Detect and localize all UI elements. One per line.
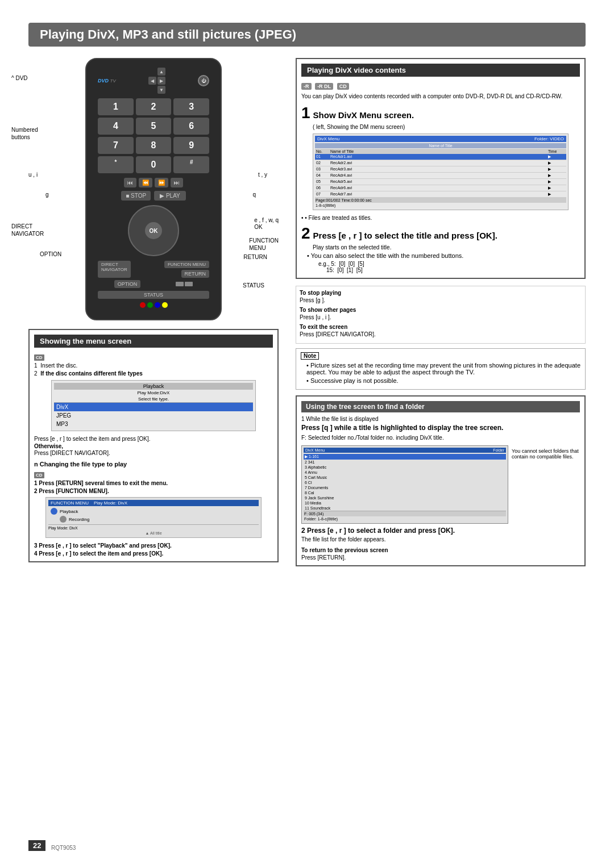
divx-row-1: 01 RecAdr1.avi ▶ xyxy=(315,154,566,160)
divx-row-6: 06 RecAdr6.avi ▶ xyxy=(315,185,566,191)
return-btn[interactable]: RETURN xyxy=(181,270,210,278)
show-pages-body: Press [u , i ]. xyxy=(300,314,582,320)
tree-step1-title: Press [q ] while a title is highlighted … xyxy=(301,424,580,432)
step2-number: 2 xyxy=(301,226,310,241)
btn-8[interactable]: 8 xyxy=(136,137,172,154)
menu-screenshot: Playback Play Mode:DivX Select file type… xyxy=(51,380,256,431)
change-step2: 2 Press [FUNCTION MENU]. xyxy=(34,488,273,494)
menu-item-mp3: MP3 xyxy=(54,420,253,428)
using-tree-header: Using the tree screen to find a folder xyxy=(301,401,580,412)
prev-btn[interactable]: ⏪ xyxy=(139,178,152,187)
divx-screen-titlebar: DivX Menu Folder: VIDEO xyxy=(315,136,566,142)
return-prev-label: To return to the previous screen xyxy=(301,547,580,553)
remote-control: DVD TV ▲ ◀ ▶ xyxy=(85,58,222,320)
menu-sub: Play Mode:DivX xyxy=(54,390,253,396)
note-box: Note Picture sizes set at the recording … xyxy=(296,348,586,390)
bottom-buttons: DIRECTNAVIGATOR FUNCTION MENU RETURN xyxy=(98,261,209,278)
arrow-left[interactable]: ◀ xyxy=(148,77,156,85)
press-select-text: Press [e , r ] to select the item and pr… xyxy=(34,436,273,442)
playing-divx-header: Playing DivX video contents xyxy=(301,64,580,77)
col-headers: No. Name of Title Time xyxy=(315,149,566,154)
menu-item-jpeg: JPEG xyxy=(54,411,253,420)
status-btn[interactable]: STATUS xyxy=(98,291,209,299)
arrow-down[interactable]: ▼ xyxy=(157,86,165,94)
screen-sub-title: Name of Title xyxy=(315,143,566,148)
btn-star[interactable]: * xyxy=(98,156,134,173)
btn-2[interactable]: 2 xyxy=(136,98,172,115)
btn-hash[interactable]: # xyxy=(173,156,209,173)
cd-badge: CD xyxy=(34,354,44,361)
change-step3: 3 Press [e , r ] to select "Playback" an… xyxy=(34,542,273,549)
direct-navigator-btn[interactable]: DIRECTNAVIGATOR xyxy=(98,261,131,278)
option-label: OPTION xyxy=(40,251,61,257)
arrow-up[interactable]: ▲ xyxy=(157,68,165,76)
exit-screen-label: To exit the screen xyxy=(300,324,582,330)
arrow-right[interactable]: ▶ xyxy=(157,77,165,85)
ok-btn[interactable]: OK xyxy=(145,222,162,239)
step1-number: 1 xyxy=(301,105,310,121)
divx-row-7: 07 RecAdr7.avi ▶ xyxy=(315,191,566,198)
tree-folder-3: 3 Alphabetic xyxy=(304,465,506,470)
menu-select: Select file type. xyxy=(54,396,253,403)
direct-navigator-label: DIRECT NAVIGATOR xyxy=(11,223,44,237)
stop-btn[interactable]: ■ STOP xyxy=(121,191,151,201)
stop-playing-body: Press [g ]. xyxy=(300,297,582,303)
change-step4: 4 Press [e , r ] to select the item and … xyxy=(34,550,273,557)
btn-9[interactable]: 9 xyxy=(173,137,209,154)
option-btn[interactable]: OPTION xyxy=(114,280,141,288)
power-button[interactable]: ⏻ xyxy=(198,75,209,86)
btn-1[interactable]: 1 xyxy=(98,98,134,115)
step2-text: If the disc contains different file type… xyxy=(40,370,142,377)
btn-5[interactable]: 5 xyxy=(136,118,172,135)
tree-folder-11: 11 Soundtrack xyxy=(304,506,506,511)
btn-7[interactable]: 7 xyxy=(98,137,134,154)
return-label: RETURN xyxy=(243,254,267,260)
return-prev-body: Press [RETURN]. xyxy=(301,554,580,561)
skip-back-btn[interactable]: ⏮ xyxy=(124,178,136,187)
change-step1: 1 Press [RETURN] several times to exit t… xyxy=(34,480,273,486)
tree-bottom: Folder: 1-8-c(8title) xyxy=(304,516,506,521)
numbered-buttons-label: Numbered buttons xyxy=(11,126,38,141)
tree-folder-2: 2 341 xyxy=(304,460,506,465)
nav-circle[interactable]: OK xyxy=(128,205,179,256)
play-btn[interactable]: ▶ PLAY xyxy=(154,191,186,201)
tree-title-bar: DivX Menu Folder xyxy=(304,448,506,453)
divx-intro: You can play DivX video contents recorde… xyxy=(301,93,580,99)
number-pad: 1 2 3 4 5 6 7 8 9 * 0 # xyxy=(98,98,209,173)
rqt-code: RQT9053 xyxy=(51,845,76,851)
u-i-label: u , i xyxy=(28,172,38,178)
badge-rdl: -R DL xyxy=(315,83,333,90)
tree-screen-panel: DivX Menu Folder ▶ 1-161 2 341 3 Alphabe… xyxy=(301,445,508,524)
exit-screen-body: Press [DIRECT NAVIGATOR]. xyxy=(300,331,582,337)
fm-bottom: ▲ All title xyxy=(48,531,259,535)
divx-row-2: 02 RecAdr2.avi ▶ xyxy=(315,160,566,166)
btn-3[interactable]: 3 xyxy=(173,98,209,115)
tree-step2-body: The file list for the folder appears. xyxy=(301,536,580,542)
skip-fwd-btn[interactable]: ⏭ xyxy=(171,178,183,187)
tree-folder-9: 9 Jack Sunshine xyxy=(304,495,506,500)
step2-bullet: You can also select the title with the n… xyxy=(307,252,580,259)
transport-controls: ⏮ ⏪ ⏩ ⏭ xyxy=(98,178,209,187)
note-bullet-1: Picture sizes set at the recording time … xyxy=(306,362,580,375)
tree-cannot-select-note: You cannot select folders that contain n… xyxy=(512,445,580,524)
e-f-w-q-label: e , f , w, q OK xyxy=(254,217,279,231)
tree-step2-title: 2 Press [e , r ] to select a folder and … xyxy=(301,527,580,535)
g-label: g xyxy=(45,191,49,198)
otherwise-label: Otherwise, xyxy=(34,443,273,449)
fm-header: FUNCTION MENU Play Mode: DivX xyxy=(48,500,259,506)
menu-item-divx: DivX xyxy=(54,403,253,411)
function-menu-screenshot: FUNCTION MENU Play Mode: DivX Playback R… xyxy=(45,497,262,538)
next-btn[interactable]: ⏩ xyxy=(155,178,168,187)
dvd-label: ^ DVD xyxy=(11,75,28,81)
step1-title: Show DivX Menu screen. xyxy=(313,110,414,120)
btn-6[interactable]: 6 xyxy=(173,118,209,135)
changing-title: n Changing the file type to play xyxy=(34,461,273,468)
tree-folder-8: 8 Cal xyxy=(304,490,506,495)
btn-0[interactable]: 0 xyxy=(136,156,172,173)
step2-title: Press [e , r ] to select the title and p… xyxy=(313,231,497,240)
btn-4[interactable]: 4 xyxy=(98,118,134,135)
badge-r: -R xyxy=(301,83,312,90)
page-number: 22 xyxy=(28,840,45,851)
function-menu-btn[interactable]: FUNCTION MENU xyxy=(164,261,209,268)
badge-cd: CD xyxy=(337,83,349,90)
